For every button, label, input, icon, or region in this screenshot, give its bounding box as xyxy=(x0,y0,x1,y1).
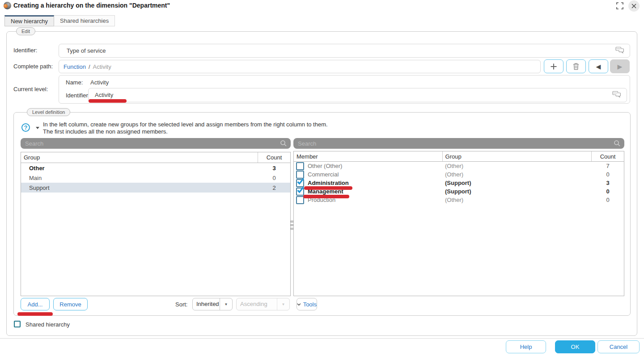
member-name: Other (Other) xyxy=(308,163,342,169)
dimension-sphere-icon-highlight xyxy=(4,4,8,8)
help-circle-icon[interactable]: ? xyxy=(21,123,30,132)
members-search-input[interactable] xyxy=(293,138,624,149)
dialog-title: Creating a hierarchy on the dimension "D… xyxy=(13,2,170,9)
arrow-left-icon: ◀ xyxy=(596,63,601,70)
check-icon xyxy=(297,186,304,193)
current-level-identifier-input[interactable]: Activity xyxy=(88,88,627,102)
delete-level-button[interactable] xyxy=(566,59,586,73)
members-col-count: Count xyxy=(591,151,624,161)
path-level-function[interactable]: Function xyxy=(64,63,86,70)
shared-hierarchy-checkbox[interactable] xyxy=(14,321,21,327)
member-group: (Other) xyxy=(442,162,592,170)
level-definition-legend: Level definition xyxy=(27,108,70,116)
maximize-button[interactable] xyxy=(616,2,624,10)
annotation-underline-administration xyxy=(304,186,352,190)
localization-button-2[interactable] xyxy=(612,91,621,100)
member-checkbox-checked[interactable] xyxy=(296,188,304,196)
group-row-main[interactable]: Main 0 xyxy=(21,173,290,183)
identifier-label: Identifier: xyxy=(13,47,37,54)
members-col-member: Member xyxy=(294,151,442,161)
current-level-name-value: Activity xyxy=(90,79,109,86)
group-row-other[interactable]: Other 3 xyxy=(21,163,290,173)
footer-divider xyxy=(0,338,644,339)
shared-hierarchy-label: Shared hierarchy xyxy=(25,321,70,328)
plus-icon xyxy=(550,63,557,70)
member-count: 0 xyxy=(592,187,624,196)
group-count: 0 xyxy=(258,173,290,183)
sort-order-value: Ascending xyxy=(237,298,277,310)
member-group: (Other) xyxy=(442,196,592,204)
annotation-underline-management xyxy=(303,195,349,198)
help-caret-icon[interactable] xyxy=(36,127,39,129)
localization-button[interactable] xyxy=(615,46,624,55)
member-name: Commercial xyxy=(308,171,339,178)
move-level-back-button[interactable]: ◀ xyxy=(589,59,608,73)
member-group: (Support) xyxy=(442,187,592,196)
sort-order-select[interactable]: Ascending ▼ xyxy=(236,298,290,310)
speech-bubbles-icon xyxy=(612,91,621,98)
member-row-other[interactable]: Other (Other) (Other) 7 xyxy=(294,162,624,170)
member-count: 0 xyxy=(592,196,624,204)
groups-col-group: Group xyxy=(21,154,258,161)
group-row-support[interactable]: Support 2 xyxy=(21,183,290,193)
tab-shared-hierarchies[interactable]: Shared hierarchies xyxy=(54,15,115,26)
add-group-button[interactable]: Add... xyxy=(21,298,50,310)
hierarchy-dialog: Creating a hierarchy on the dimension "D… xyxy=(0,0,644,356)
ok-button[interactable]: OK xyxy=(555,340,595,353)
maximize-icon xyxy=(616,2,624,10)
group-name: Main xyxy=(21,175,258,181)
groups-table-header: Group Count xyxy=(21,152,290,163)
current-level-name-label: Name: xyxy=(66,79,83,86)
speech-bubbles-icon xyxy=(615,46,624,54)
member-group: (Other) xyxy=(442,170,592,179)
path-level-activity[interactable]: Activity xyxy=(93,63,111,70)
remove-group-button[interactable]: Remove xyxy=(53,298,88,310)
close-button[interactable] xyxy=(628,0,640,12)
complete-path-label: Complete path: xyxy=(13,63,53,70)
group-name: Support xyxy=(21,184,258,191)
groups-col-count: Count xyxy=(258,152,290,163)
check-icon xyxy=(297,178,304,185)
member-count: 0 xyxy=(592,170,624,179)
current-level-identifier-label: Identifier: xyxy=(66,92,89,99)
identifier-value: Type of service xyxy=(67,47,106,54)
tools-button[interactable]: Tools xyxy=(297,298,317,310)
dimension-sphere-icon xyxy=(4,2,11,9)
member-count: 3 xyxy=(592,179,624,187)
trash-icon xyxy=(572,63,580,70)
tab-bar: New hierarchy Shared hierarchies xyxy=(4,15,115,26)
current-level-identifier-value: Activity xyxy=(95,92,113,98)
search-icon xyxy=(614,140,621,149)
close-icon xyxy=(631,4,636,8)
groups-search xyxy=(21,138,291,149)
add-level-button[interactable] xyxy=(544,59,564,73)
move-level-forward-button[interactable]: ▶ xyxy=(610,59,630,73)
groups-search-input[interactable] xyxy=(21,138,291,149)
sort-mode-value: Inherited xyxy=(193,298,220,310)
identifier-input[interactable]: Type of service xyxy=(59,44,630,58)
tab-new-hierarchy[interactable]: New hierarchy xyxy=(4,15,54,26)
member-group: (Support) xyxy=(442,179,592,187)
groups-table: Group Count Other 3 Main 0 Support 2 xyxy=(21,152,291,296)
complete-path-box: Function / Activity xyxy=(59,60,541,73)
member-count: 7 xyxy=(592,162,624,170)
current-level-box: Name: Activity Identifier: Activity xyxy=(59,75,630,104)
tools-label: Tools xyxy=(303,301,317,308)
path-separator: / xyxy=(89,63,90,70)
group-count: 2 xyxy=(258,183,290,193)
dropdown-arrow-icon: ▼ xyxy=(277,298,289,310)
help-text-line1: In the left column, create new groups fo… xyxy=(43,121,328,128)
sort-label: Sort: xyxy=(175,301,187,308)
cancel-button[interactable]: Cancel xyxy=(597,340,640,353)
chevron-down-icon xyxy=(297,303,301,306)
arrow-right-icon: ▶ xyxy=(618,63,623,70)
members-search xyxy=(293,138,624,149)
members-col-group: Group xyxy=(442,151,592,161)
help-button[interactable]: Help xyxy=(506,340,546,353)
dropdown-arrow-icon[interactable]: ▼ xyxy=(220,298,232,310)
annotation-underline-add-button xyxy=(17,312,53,316)
sort-mode-select[interactable]: Inherited ▼ xyxy=(192,298,233,310)
member-name: Administration xyxy=(308,180,349,186)
member-row-commercial[interactable]: Commercial (Other) 0 xyxy=(294,170,624,179)
member-checkbox-unchecked[interactable] xyxy=(296,162,304,170)
